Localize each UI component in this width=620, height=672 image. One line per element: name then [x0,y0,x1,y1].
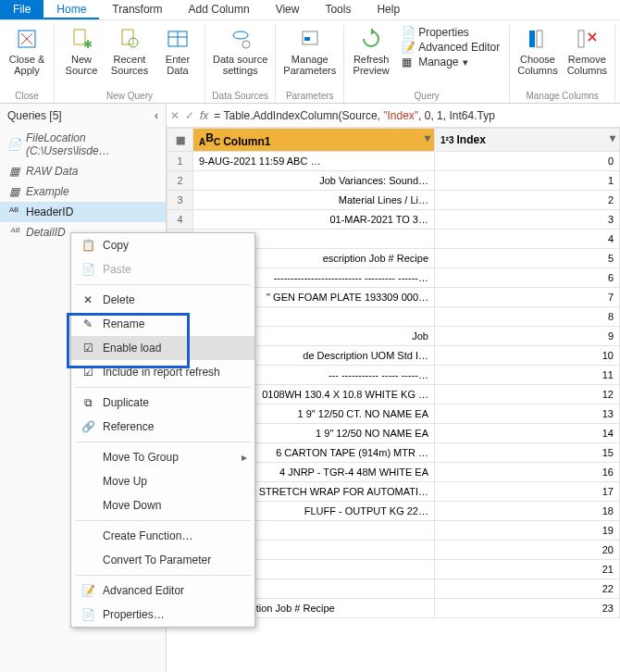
ctx-create-function[interactable]: Create Function… [71,524,254,548]
tab-transform[interactable]: Transform [99,0,175,19]
cell-index[interactable]: 11 [435,366,620,385]
cell-index[interactable]: 22 [435,579,620,599]
cell-index[interactable]: 15 [435,443,620,463]
table-row[interactable]: 3 Material Lines / Li…2 [167,191,620,210]
accept-icon[interactable]: ✓ [185,109,194,122]
ctx-advanced-editor[interactable]: 📝Advanced Editor [71,579,254,603]
cell-index[interactable]: 18 [435,502,620,521]
table-row[interactable]: 19-AUG-2021 11:59 ABC …0 [167,152,620,171]
refresh-preview-button[interactable]: Refresh Preview [350,24,392,78]
recent-icon [117,26,143,52]
ctx-delete[interactable]: ✕Delete [71,288,254,312]
remove-columns-button[interactable]: Remove Columns [565,24,609,78]
cell-index[interactable]: 12 [435,385,620,404]
cell-index[interactable]: 23 [435,599,620,618]
query-item-3[interactable]: ᴬᴮHeaderID [0,202,166,222]
cell-index[interactable]: 16 [435,463,620,482]
manage-button[interactable]: ▦Manage ▾ [402,56,500,68]
cancel-icon[interactable]: ✕ [170,109,180,122]
group-newquery: New Query [106,91,153,101]
cell-index[interactable]: 7 [435,288,620,307]
ctx-copy[interactable]: 📋Copy [71,233,254,257]
query-item-0[interactable]: 📄FileLocation (C:\Users\lisde… [0,128,166,161]
column-header-index[interactable]: 1²3 Index▾ [435,129,620,152]
tab-addcolumn[interactable]: Add Column [176,0,263,19]
cell-index[interactable]: 4 [435,230,620,249]
col2-label: Index [457,133,486,146]
table-row[interactable]: 2 Job Variances: Sound…1 [167,171,620,191]
cell-index[interactable]: 17 [435,482,620,502]
cell-column1[interactable]: Material Lines / Li… [193,191,435,210]
ctx-convert-parameter[interactable]: Convert To Parameter [71,548,254,572]
tab-view[interactable]: View [263,0,313,19]
new-source-button[interactable]: ✱ New Source [60,24,103,78]
cell-index[interactable]: 5 [435,249,620,268]
ctx-move-to-group[interactable]: Move To Group▸ [71,445,254,469]
manage-parameters-button[interactable]: Manage Parameters [281,24,338,78]
cell-column1[interactable]: Job Variances: Sound… [193,171,435,191]
ctx-rename[interactable]: ✎Rename [71,312,254,336]
cell-index[interactable]: 3 [435,210,620,230]
ctx-move-down[interactable]: Move Down [71,493,254,517]
query-label: HeaderID [26,205,73,218]
enter-data-button[interactable]: Enter Data [156,24,199,78]
svg-rect-12 [529,31,535,47]
cell-index[interactable]: 8 [435,307,620,327]
query-item-1[interactable]: ▦RAW Data [0,161,166,181]
col2-dropdown-icon[interactable]: ▾ [610,131,615,144]
row-header[interactable]: 3 [167,191,193,210]
row-header[interactable]: 4 [167,210,193,230]
ctx-duplicate[interactable]: ⧉Duplicate [71,391,254,415]
reference-icon: 🔗 [81,419,95,434]
ctx-reference[interactable]: 🔗Reference [71,415,254,439]
data-source-settings-button[interactable]: Data source settings [211,24,269,78]
cell-index[interactable]: 0 [435,152,620,171]
query-icon: 📄 [7,138,20,151]
tab-file[interactable]: File [0,0,43,19]
cell-index[interactable]: 6 [435,268,620,288]
properties-button[interactable]: 📄Properties [402,26,500,39]
ctx-move-up[interactable]: Move Up [71,469,254,493]
ds-settings-label: Data source settings [213,54,267,76]
cell-index[interactable]: 19 [435,521,620,541]
query-item-2[interactable]: ▦Example [0,181,166,202]
cell-index[interactable]: 14 [435,424,620,443]
col1-dropdown-icon[interactable]: ▾ [425,131,430,144]
copy-icon: 📋 [81,238,95,253]
formula-bar: ✕ ✓ fx = Table.AddIndexColumn(Source, "I… [167,104,620,128]
close-apply-button[interactable]: Close & Apply [6,24,48,78]
table-row[interactable]: 4 01-MAR-2021 TO 3…3 [167,210,620,230]
tab-help[interactable]: Help [364,0,413,19]
cell-index[interactable]: 10 [435,346,620,366]
column-header-column1[interactable]: ABC Column1▾ [193,129,435,152]
tab-home[interactable]: Home [43,0,99,19]
manage-label: Manage [418,56,458,68]
cell-index[interactable]: 2 [435,191,620,210]
advanced-editor-button[interactable]: 📝Advanced Editor [402,41,500,54]
remove-columns-icon [574,26,600,52]
choose-columns-button[interactable]: Choose Columns [515,24,559,78]
cell-index[interactable]: 20 [435,541,620,560]
cell-index[interactable]: 1 [435,171,620,191]
formula-text[interactable]: = Table.AddIndexColumn(Source, "Index", … [214,109,494,122]
cell-index[interactable]: 9 [435,327,620,346]
collapse-icon[interactable]: ‹ [155,109,158,122]
cell-index[interactable]: 13 [435,404,620,424]
ctx-enable-label: Enable load [103,342,161,355]
cell-column1[interactable]: 01-MAR-2021 TO 3… [193,210,435,230]
recent-sources-button[interactable]: Recent Sources [108,24,151,78]
tab-tools[interactable]: Tools [312,0,364,19]
refresh-label: Refresh Preview [353,54,390,76]
fx-icon[interactable]: fx [200,109,208,122]
choose-cols-label: Choose Columns [517,54,557,76]
cell-index[interactable]: 21 [435,560,620,579]
ctx-enable-load[interactable]: ☑Enable load [71,336,254,360]
ctx-convert-label: Convert To Parameter [103,554,211,566]
corner-cell[interactable]: ▦ [167,129,193,152]
ctx-include-refresh[interactable]: ☑Include in report refresh [71,360,254,384]
row-header[interactable]: 1 [167,152,193,171]
row-header[interactable]: 2 [167,171,193,191]
cell-column1[interactable]: 9-AUG-2021 11:59 ABC … [193,152,435,171]
ctx-properties[interactable]: 📄Properties… [71,603,254,627]
context-menu: 📋Copy 📄Paste ✕Delete ✎Rename ☑Enable loa… [70,232,255,628]
